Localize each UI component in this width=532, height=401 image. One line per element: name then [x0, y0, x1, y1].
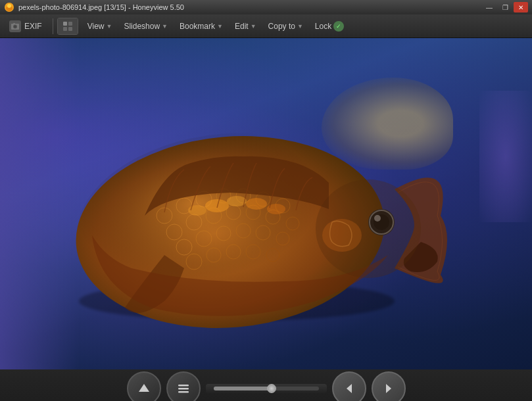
svg-rect-9	[63, 27, 67, 31]
zoom-control[interactable]	[206, 384, 327, 393]
svg-point-41	[246, 198, 267, 210]
lock-menu[interactable]: Lock ✓	[310, 18, 349, 34]
svg-point-5	[14, 25, 16, 28]
slideshow-menu[interactable]: Slideshow ▼	[118, 19, 173, 34]
svg-rect-10	[68, 27, 72, 31]
exif-button[interactable]: EXIF	[3, 18, 49, 35]
view-toggle-icon[interactable]	[58, 18, 78, 34]
copy-to-arrow: ▼	[297, 23, 303, 30]
title-bar-left: pexels-photo-806914.jpeg [13/15] - Honey…	[4, 2, 184, 12]
maximize-button[interactable]: ❐	[498, 2, 512, 12]
svg-rect-54	[178, 391, 189, 393]
copy-to-menu[interactable]: Copy to ▼	[263, 19, 308, 34]
title-bar: pexels-photo-806914.jpeg [13/15] - Honey…	[0, 0, 532, 14]
view-toggle[interactable]	[57, 18, 78, 35]
menu-bar: EXIF View ▼ Slideshow ▼ Bookmark ▼ Edit …	[0, 14, 532, 38]
toolbar-buttons	[127, 371, 406, 401]
separator-1	[53, 18, 53, 34]
window-controls: — ❐ ✕	[482, 2, 528, 12]
bookmark-arrow: ▼	[217, 23, 223, 30]
svg-rect-8	[68, 22, 72, 26]
svg-rect-6	[13, 23, 15, 24]
rock-right	[479, 91, 532, 222]
view-arrow: ▼	[106, 23, 112, 30]
close-button[interactable]: ✕	[514, 2, 528, 12]
bookmark-menu[interactable]: Bookmark ▼	[174, 19, 228, 34]
minimize-button[interactable]: —	[482, 2, 496, 12]
menu-button[interactable]	[166, 371, 201, 401]
slideshow-arrow: ▼	[162, 23, 168, 30]
image-viewer[interactable]	[0, 38, 532, 369]
zoom-slider[interactable]	[214, 387, 319, 390]
exif-label: EXIF	[24, 22, 42, 31]
view-menu[interactable]: View ▼	[82, 19, 118, 34]
svg-rect-53	[178, 388, 189, 390]
slider-fill	[214, 387, 272, 390]
edit-menu[interactable]: Edit ▼	[230, 19, 262, 34]
svg-marker-55	[347, 384, 352, 393]
svg-rect-52	[178, 385, 189, 387]
title-text: pexels-photo-806914.jpeg [13/15] - Honey…	[18, 3, 184, 11]
bottom-toolbar: + − | ↺ ↻ | Lock ✓	[0, 369, 532, 401]
svg-point-2	[7, 4, 11, 8]
svg-rect-7	[63, 22, 67, 26]
fish-image	[33, 104, 460, 341]
svg-point-39	[205, 199, 229, 212]
app-icon	[4, 2, 14, 12]
prev-button[interactable]	[332, 371, 366, 401]
slider-thumb[interactable]	[267, 384, 276, 393]
edit-arrow: ▼	[251, 23, 256, 30]
camera-icon	[9, 20, 21, 32]
svg-marker-51	[139, 384, 149, 392]
next-button[interactable]	[372, 371, 406, 401]
svg-marker-56	[386, 384, 391, 393]
lock-check-icon: ✓	[333, 21, 344, 32]
svg-point-50	[322, 219, 362, 252]
up-button[interactable]	[127, 371, 161, 401]
